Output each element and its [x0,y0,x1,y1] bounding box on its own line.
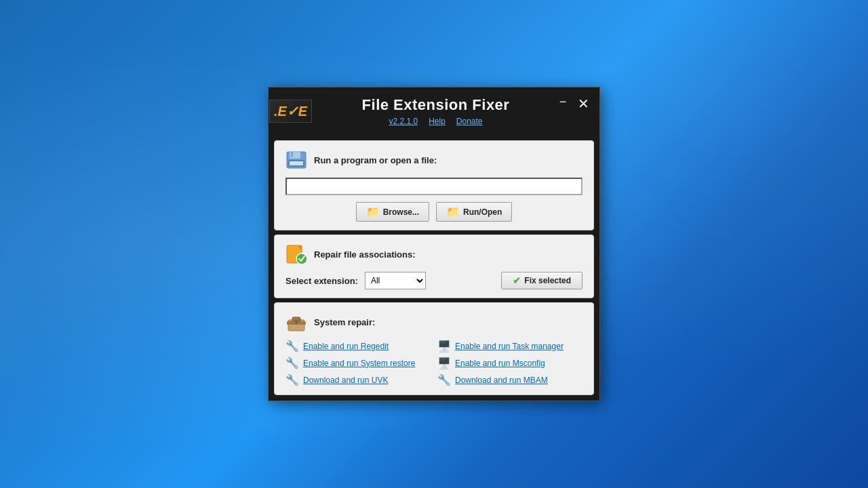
repair-header: Repair file associations: [285,243,583,265]
minimize-button[interactable]: − [555,96,571,112]
list-item: 🔧 Download and run MBAM [437,373,583,386]
regedit-link[interactable]: Enable and run Regedit [303,342,389,351]
content-area: Run a program or open a file: 📁 Browse..… [269,135,599,401]
close-button[interactable]: ✕ [574,94,593,113]
fix-checkmark-icon: ✔ [513,275,521,286]
svg-rect-4 [290,161,303,165]
run-program-panel: Run a program or open a file: 📁 Browse..… [274,140,594,230]
task-manager-icon: 🖥️ [437,340,451,352]
system-repair-icon [285,311,307,333]
svg-rect-12 [295,320,298,324]
run-open-button[interactable]: 📁 Run/Open [436,202,512,222]
app-title: File Extension Fixer [362,96,510,114]
run-program-input[interactable] [285,178,583,195]
toolbox-icon [285,312,307,332]
repair-associations-panel: Repair file associations: Select extensi… [274,235,594,298]
list-item: 🔧 Enable and run System restore [285,357,431,369]
run-open-label: Run/Open [463,207,502,217]
task-manager-link[interactable]: Enable and run Task manager [455,342,564,351]
regedit-icon: 🔧 [285,340,299,352]
extension-select[interactable]: All .exe .lnk .bat .com .msi [365,272,426,289]
mbam-link[interactable]: Download and run MBAM [455,375,548,385]
repair-icon [285,243,307,265]
version-link[interactable]: v2.2.1.0 [389,117,418,126]
run-program-icon [285,149,307,171]
help-link[interactable]: Help [429,117,446,126]
repair-associations-title: Repair file associations: [314,249,416,260]
donate-link[interactable]: Donate [456,117,483,126]
browse-label: Browse... [383,207,419,217]
list-item: 🖥️ Enable and run Msconfig [437,357,583,369]
uvk-icon: 🔧 [285,373,299,386]
list-item: 🔧 Enable and run Regedit [285,340,431,352]
system-restore-link[interactable]: Enable and run System restore [303,359,415,368]
list-item: 🖥️ Enable and run Task manager [437,340,583,352]
system-restore-icon: 🔧 [285,357,299,369]
floppy-icon [285,150,307,169]
run-buttons: 📁 Browse... 📁 Run/Open [285,202,583,222]
repair-row: Select extension: All .exe .lnk .bat .co… [285,272,583,289]
run-icon: 📁 [446,205,460,218]
fix-selected-label: Fix selected [524,276,571,285]
browse-button[interactable]: 📁 Browse... [356,202,429,222]
uvk-link[interactable]: Download and run UVK [303,375,388,385]
list-item: 🔧 Download and run UVK [285,373,431,386]
system-repair-header: System repair: [285,311,583,333]
app-logo: .E✓E [269,87,313,135]
fix-selected-button[interactable]: ✔ Fix selected [501,272,583,289]
system-repair-title: System repair: [314,317,375,327]
run-program-title: Run a program or open a file: [314,155,437,165]
svg-rect-2 [291,152,293,157]
repair-links-grid: 🔧 Enable and run Regedit 🖥️ Enable and r… [285,340,583,386]
app-window: .E✓E File Extension Fixer v2.2.1.0 Help … [268,87,600,401]
mbam-icon: 🔧 [437,373,451,386]
select-extension-label: Select extension: [285,276,358,286]
msconfig-link[interactable]: Enable and run Msconfig [455,359,545,368]
run-program-header: Run a program or open a file: [285,149,583,171]
window-controls: − ✕ [555,94,593,113]
title-bar: .E✓E File Extension Fixer v2.2.1.0 Help … [269,87,599,135]
msconfig-icon: 🖥️ [437,357,451,369]
logo-icon: .E✓E [269,100,312,123]
browse-icon: 📁 [366,205,380,218]
repair-file-icon [285,244,307,264]
title-links: v2.2.1.0 Help Donate [389,117,482,126]
system-repair-panel: System repair: 🔧 Enable and run Regedit … [274,302,594,395]
